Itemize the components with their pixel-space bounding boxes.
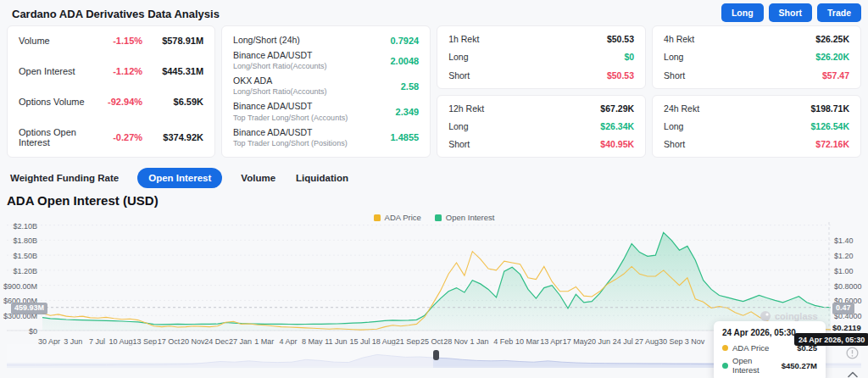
- rekt-long-row: Long$26.34K: [448, 121, 634, 131]
- rekt-short-label: Short: [448, 139, 600, 149]
- y-axis-label-right: $1.40: [834, 236, 854, 245]
- tab-liquidation[interactable]: Liquidation: [294, 169, 350, 187]
- stat-row: Volume-1.15%$578.91M: [19, 36, 203, 46]
- tooltip-series-name: Open Interest: [732, 356, 777, 375]
- rekt-short-row: Short$72.16K: [664, 139, 849, 149]
- y-axis-label-left: $2.10B: [0, 222, 37, 231]
- rekt-short-label: Short: [448, 70, 607, 81]
- rekt-short-row: Short$57.47: [664, 70, 849, 81]
- stat-change-pct: -1.12%: [93, 66, 142, 76]
- rekt-total: $26.25K: [815, 34, 849, 44]
- y-axis-label-left: $1.50B: [0, 252, 37, 260]
- rekt-title: 24h Rekt: [664, 103, 810, 114]
- rekt-long-row: Long$26.20K: [664, 52, 849, 62]
- latest-oi-badge-left: 459.93M: [11, 303, 47, 314]
- tooltip-series-dot: [722, 363, 728, 369]
- stat-label: Open Interest: [19, 66, 93, 76]
- ratio-value: 0.7924: [390, 36, 419, 46]
- rekt-title: 12h Rekt: [448, 103, 600, 114]
- long-short-ratio-card: Long/Short (24h)0.7924Binance ADA/USDTLo…: [221, 25, 431, 158]
- ratio-value: 2.349: [396, 107, 420, 117]
- stat-change-pct: -1.15%: [93, 36, 142, 46]
- navigator-handle-left[interactable]: [433, 350, 439, 360]
- ratio-row: Long/Short (24h)0.7924: [233, 35, 419, 46]
- navigator-unselected-right: [821, 344, 861, 368]
- chart-tooltip: 24 Apr 2026, 05:30 ADA Price$0.25Open In…: [714, 321, 826, 378]
- rekt-long-value: $0: [624, 52, 634, 62]
- rekt-card: 24h Rekt$198.71KLong$126.54KShort$72.16K: [652, 95, 861, 158]
- ratio-value: 2.58: [401, 81, 419, 92]
- stat-change-pct: -0.27%: [93, 132, 142, 142]
- ratio-label: Long/Short (24h): [233, 35, 390, 46]
- rekt-card-header: 24h Rekt$198.71K: [664, 103, 849, 114]
- stat-row: Options Open Interest-0.27%$374.92K: [19, 127, 203, 147]
- y-axis-label-left: $0: [0, 327, 37, 336]
- y-axis-label-left: $1.80B: [0, 236, 37, 245]
- tooltip-row: Open Interest$450.27M: [722, 356, 817, 375]
- rekt-card: 12h Rekt$67.29KLong$26.34KShort$40.95K: [437, 95, 646, 158]
- ratio-label: Binance ADA/USDTTop Trader Long/Short (P…: [233, 127, 390, 148]
- rekt-title: 1h Rekt: [448, 34, 607, 44]
- rekt-card-header: 1h Rekt$50.53: [448, 34, 634, 44]
- rekt-total: $67.29K: [600, 103, 634, 114]
- crosshair-date-badge: 24 Apr 2026, 05:30: [794, 333, 868, 346]
- navigator-unselected-left: [7, 344, 433, 368]
- ratio-sublabel: Top Trader Long/Short (Positions): [233, 139, 390, 148]
- coinglass-watermark: coinglass: [760, 310, 818, 322]
- rekt-total: $198.71K: [810, 103, 849, 114]
- tooltip-series-name: ADA Price: [732, 343, 793, 353]
- page-title: Cardano ADA Derivatives Data Analysis: [12, 8, 220, 20]
- stat-label: Options Open Interest: [19, 127, 93, 147]
- rekt-long-row: Long$0: [448, 52, 634, 62]
- rekt-long-label: Long: [448, 121, 600, 131]
- y-axis-label-left: $900.00M: [0, 282, 37, 291]
- stat-value: $374.92K: [142, 132, 203, 142]
- ratio-label: OKX ADALong/Short Ratio(Accounts): [233, 75, 401, 97]
- rekt-column-2: 4h Rekt$26.25KLong$26.20KShort$57.4724h …: [652, 25, 861, 158]
- derivatives-stats-card: Volume-1.15%$578.91MOpen Interest-1.12%$…: [7, 25, 215, 158]
- watermark-text: coinglass: [775, 311, 818, 321]
- rekt-card-header: 12h Rekt$67.29K: [448, 103, 634, 114]
- chart-tabs: Weighted Funding RateOpen InterestVolume…: [8, 167, 350, 189]
- ratio-sublabel: Long/Short Ratio(Accounts): [233, 62, 390, 71]
- collapse-chevron-up-icon[interactable]: [848, 366, 858, 378]
- rekt-total: $50.53: [607, 34, 634, 44]
- ratio-row: Binance ADA/USDTTop Trader Long/Short (P…: [233, 127, 419, 148]
- rekt-card-header: 4h Rekt$26.25K: [664, 34, 849, 44]
- rekt-short-label: Short: [664, 139, 815, 149]
- rekt-long-label: Long: [664, 52, 815, 62]
- stat-value: $6.59K: [142, 97, 203, 107]
- stat-row: Open Interest-1.12%$445.31M: [19, 66, 203, 76]
- y-axis-label-left: $1.20B: [0, 267, 37, 275]
- stat-change-pct: -92.94%: [93, 97, 142, 107]
- ratio-row: OKX ADALong/Short Ratio(Accounts)2.58: [233, 75, 419, 97]
- short-button[interactable]: Short: [769, 3, 812, 22]
- header-actions: Long Short Trade: [721, 3, 861, 22]
- coinglass-logo-icon: [760, 310, 771, 322]
- rekt-long-value: $126.54K: [810, 121, 849, 131]
- rekt-long-label: Long: [448, 52, 624, 62]
- ratio-value: 2.0048: [390, 56, 419, 66]
- summary-cards: Volume-1.15%$578.91MOpen Interest-1.12%$…: [7, 25, 861, 158]
- rekt-long-label: Long: [664, 121, 810, 131]
- y-axis-label-right: $0.8000: [834, 282, 862, 291]
- stat-value: $445.31M: [142, 66, 203, 76]
- ratio-sublabel: Long/Short Ratio(Accounts): [233, 87, 401, 97]
- trade-button[interactable]: Trade: [817, 3, 861, 22]
- rekt-title: 4h Rekt: [664, 34, 815, 44]
- tab-weighted-funding-rate[interactable]: Weighted Funding Rate: [8, 169, 120, 187]
- stat-row: Options Volume-92.94%$6.59K: [19, 97, 203, 107]
- rekt-card: 1h Rekt$50.53Long$0Short$50.53: [437, 25, 646, 89]
- rekt-short-row: Short$40.95K: [448, 139, 634, 149]
- latest-oi-badge-right: 0.47: [832, 303, 854, 314]
- rekt-column-1: 1h Rekt$50.53Long$0Short$50.5312h Rekt$6…: [437, 25, 646, 158]
- ratio-value: 1.4855: [390, 132, 419, 142]
- rekt-card: 4h Rekt$26.25KLong$26.20KShort$57.47: [652, 25, 861, 89]
- long-button[interactable]: Long: [721, 3, 764, 22]
- tooltip-series-dot: [722, 345, 728, 351]
- tab-volume[interactable]: Volume: [239, 169, 277, 187]
- ratio-sublabel: Top Trader Long/Short (Accounts): [233, 114, 396, 123]
- rekt-short-label: Short: [664, 70, 822, 81]
- rekt-long-value: $26.20K: [815, 52, 849, 62]
- tab-open-interest[interactable]: Open Interest: [137, 168, 222, 188]
